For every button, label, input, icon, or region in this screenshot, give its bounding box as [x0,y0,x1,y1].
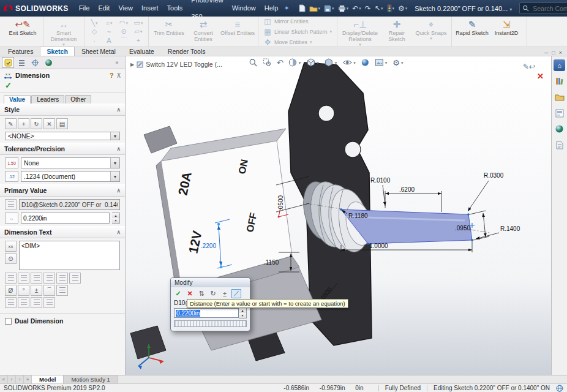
spin-down-icon[interactable]: ▼ [112,218,119,223]
align-center-button[interactable] [18,273,29,284]
modify-value-spinner[interactable]: ▲▼ [239,307,247,318]
exit-sketch-corner-icon[interactable]: ✎↩ [523,62,535,71]
dim-0500-vertical[interactable]: .0500 [277,195,284,211]
style-delete-button[interactable]: ✕ [43,118,55,129]
sketch-line-button[interactable]: ╲▾ [88,19,101,28]
tab-features[interactable]: Features [1,47,40,56]
tab-other[interactable]: Other [65,95,91,104]
dim-1150[interactable]: .1150 [264,259,279,266]
dim-2200[interactable]: .2200 [201,243,216,249]
exit-sketch-tool[interactable]: ↩✎ Exit Sketch [6,17,40,47]
dim-10000[interactable]: 1.0000 [369,243,388,249]
dim-0950[interactable]: .0950 [455,225,470,232]
offset-entities-tool[interactable]: ≡ Offset Entities [220,17,255,47]
sketch-circle-button[interactable]: ○▾ [102,19,116,28]
view-orientation-button[interactable]: ▾ [306,57,320,68]
design-library-button[interactable] [554,75,565,87]
modify-spin-toggle-icon[interactable]: ⇅ [197,289,206,298]
dim-r1400[interactable]: R.1400 [500,225,520,232]
modify-value-input[interactable]: 0.2200in [174,308,239,318]
justify-bottom-button[interactable] [69,273,81,284]
sketch-ellipse-button[interactable]: ⊙ [117,28,130,36]
options-button[interactable]: ⚙▾ [397,2,408,15]
menu-help[interactable]: Help [260,0,283,17]
cancel-sketch-icon[interactable]: ✕ [537,72,544,81]
view-settings-button[interactable]: ⚙▾ [392,57,404,68]
trim-entities-tool[interactable]: ✂ Trim Entities [152,17,186,47]
dim-text-extra-button-1[interactable] [5,297,17,308]
breadcrumb-expand-icon[interactable]: ▶ [130,62,134,67]
convert-entities-tool[interactable]: ⇄ Convert Entities [186,17,220,47]
align-right-button[interactable] [31,273,42,284]
modify-rebuild-icon[interactable]: ↻ [208,289,218,298]
style-add-button[interactable]: ＋ [18,118,29,129]
modify-ok-button[interactable]: ✓ [173,289,183,298]
sketch-point-button[interactable]: ∙ [88,36,101,45]
modify-units-icon[interactable]: ⟋ [231,289,241,298]
zoom-to-fit-button[interactable] [248,57,258,68]
sketch-fillet-button[interactable]: ⌒ [117,36,130,45]
linear-sketch-pattern-tool[interactable]: ▦ Linear Sketch Pattern ▾ [263,28,332,36]
redo-button[interactable]: ↷ [364,2,372,15]
precision-dropdown[interactable]: .1234 (Document) ▼ [21,171,120,182]
symbol-degree-button[interactable]: ° [18,285,29,296]
view-palette-button[interactable] [554,107,565,119]
dim-text-extra-button-4[interactable] [43,297,55,308]
tab-leaders[interactable]: Leaders [31,95,64,104]
modify-thumbwheel[interactable] [174,320,247,327]
justify-middle-button[interactable] [56,273,68,284]
dim-text-extra-button-2[interactable] [18,297,29,308]
hide-show-items-button[interactable]: ▾ [342,57,356,68]
tab-scroll-prev-icon[interactable]: ‹ [8,375,16,383]
dimension-text-section-header[interactable]: Dimension Text∧ [0,226,125,238]
zoom-to-area-button[interactable] [262,57,272,68]
graphics-viewport[interactable]: 20A 12V ON OFF [126,56,551,375]
symbol-plusminus-button[interactable]: ± [31,285,42,296]
move-entities-tool[interactable]: ✥ Move Entities ▾ [263,38,332,47]
document-title[interactable]: Sketch 0.2200" OFF or 0.140...▾ [415,5,512,12]
dropdown-caret-icon[interactable]: ▼ [110,132,119,140]
sketch-rectangle-button[interactable]: ▭▾ [132,19,145,28]
property-manager-tab[interactable] [2,57,14,68]
file-explorer-button[interactable] [554,91,565,103]
tab-scroll-last-icon[interactable]: » [24,375,32,383]
sketch-polygon-button[interactable]: ◇ [88,28,101,36]
previous-view-button[interactable]: ↶ [276,57,284,68]
primary-value-section-header[interactable]: Primary Value∧ [0,184,125,197]
search-input[interactable] [531,4,567,13]
display-style-button[interactable]: ▾ [324,57,338,68]
instant2d-tool[interactable]: ⇲ Instant2D [489,17,524,47]
dim-6200[interactable]: .6200 [399,186,415,193]
save-button[interactable]: ▾ [323,2,336,15]
section-view-button[interactable]: ▾ [288,57,302,68]
undo-button[interactable]: ↶▾ [351,2,362,15]
dim-r0100[interactable]: R.0100 [370,177,391,184]
select-button[interactable]: ↖▾ [374,2,385,15]
value-spinner[interactable]: ▲▼ [112,213,120,224]
rapid-sketch-tool[interactable]: ✎ Rapid Sketch [455,17,489,47]
tab-value[interactable]: Value [4,95,31,104]
units-globe-icon[interactable] [556,385,563,392]
menu-pin-icon[interactable]: ✦ [284,4,289,12]
rebuild-button[interactable]: ▾ [386,2,396,15]
style-preset-dropdown[interactable]: <NONE> ▼ [5,132,120,140]
style-section-header[interactable]: Style∧ [0,104,125,116]
tab-motion-study[interactable]: Motion Study 1 [64,375,118,383]
tab-sheet-metal[interactable]: Sheet Metal [75,47,122,56]
appearances-scenes-button[interactable] [554,123,565,135]
feature-manager-tab[interactable] [15,57,28,68]
modify-cancel-button[interactable]: ✕ [185,289,195,298]
dim-text-extra-button-3[interactable] [31,297,42,308]
dual-dimension-checkbox[interactable] [5,318,12,325]
quick-snaps-tool[interactable]: ⌖ Quick Snaps ▾ [414,17,448,47]
sketch-text-button[interactable]: A [102,36,116,45]
dimension-value-field[interactable] [21,213,110,224]
apply-scene-button[interactable]: ▾ [375,57,388,68]
dim-text-override-button[interactable]: xx [5,241,17,252]
style-default-button[interactable]: ✎ [5,118,17,129]
panel-pin-icon[interactable]: ⊼ [116,72,121,79]
dimxpert-manager-tab[interactable] [29,57,41,68]
doc-minimize-icon[interactable]: ─ [544,50,548,56]
menu-tools[interactable]: Tools [163,0,187,17]
dimension-name-field[interactable] [19,199,120,210]
